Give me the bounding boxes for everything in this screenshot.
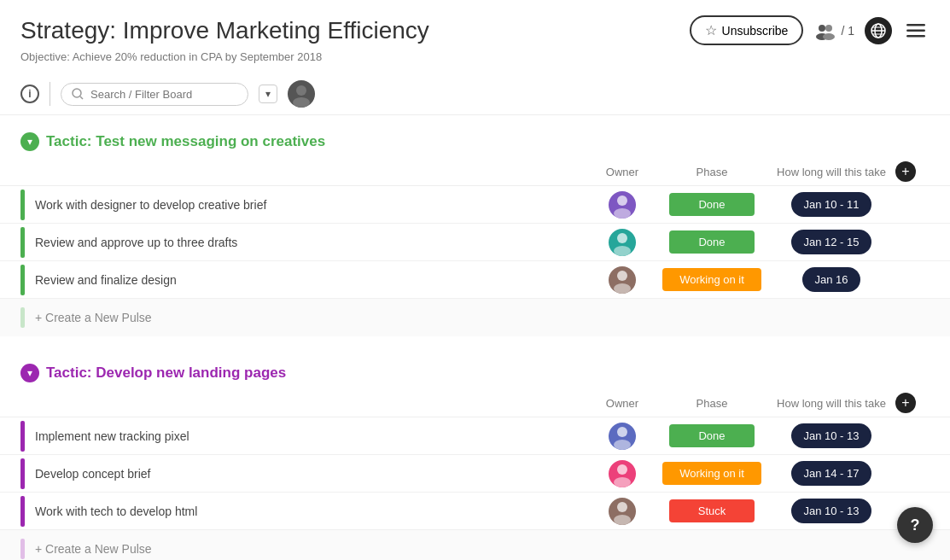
svg-point-20 bbox=[617, 271, 627, 281]
owner-avatar[interactable] bbox=[609, 191, 636, 219]
phase-badge[interactable]: Working on it bbox=[662, 462, 761, 485]
timeline-cell: Jan 10 - 13 bbox=[767, 499, 895, 523]
svg-point-22 bbox=[617, 427, 627, 437]
phase-cell: Done bbox=[656, 230, 767, 254]
help-button[interactable]: ? bbox=[897, 507, 933, 543]
unsubscribe-button[interactable]: ☆ Unsubscribe bbox=[690, 15, 804, 45]
timeline-cell: Jan 10 - 13 bbox=[767, 423, 895, 448]
owner-col-label: Owner bbox=[588, 397, 656, 410]
section-chevron-1[interactable]: ▾ bbox=[20, 132, 39, 151]
phase-badge[interactable]: Done bbox=[669, 424, 755, 447]
phase-cell: Done bbox=[656, 424, 767, 447]
phase-col-label: Phase bbox=[656, 397, 767, 410]
svg-rect-9 bbox=[906, 24, 925, 26]
svg-point-15 bbox=[293, 97, 310, 108]
section-2: ▾ Tactic: Develop new landing pages Owne… bbox=[0, 357, 950, 560]
timeline-col-label: How long will this take bbox=[767, 397, 895, 410]
members-badge: / 1 bbox=[813, 21, 854, 40]
svg-point-0 bbox=[819, 25, 825, 32]
row-indicator bbox=[20, 458, 25, 489]
create-pulse-row: + Create a New Pulse bbox=[0, 299, 950, 336]
section-chevron-2[interactable]: ▾ bbox=[20, 364, 39, 382]
header-actions: ☆ Unsubscribe / 1 bbox=[690, 15, 930, 45]
filter-dropdown-button[interactable]: ▾ bbox=[259, 85, 277, 103]
row-indicator bbox=[20, 421, 25, 452]
row-label: Develop concept brief bbox=[35, 467, 588, 481]
row-indicator bbox=[20, 227, 25, 258]
phase-badge[interactable]: Done bbox=[669, 230, 755, 254]
search-container bbox=[61, 83, 248, 106]
svg-point-14 bbox=[296, 85, 306, 96]
row-label: Implement new tracking pixel bbox=[35, 429, 588, 443]
add-row-button-1[interactable]: + bbox=[895, 161, 916, 182]
section-title-1: Tactic: Test new messaging on creatives bbox=[46, 133, 325, 150]
section-header-1: ▾ Tactic: Test new messaging on creative… bbox=[0, 125, 950, 158]
timeline-badge[interactable]: Jan 16 bbox=[802, 267, 860, 292]
avatar-person-icon bbox=[609, 423, 636, 450]
owner-col-label: Owner bbox=[588, 166, 656, 178]
page-subtitle: Objective: Achieve 20% reduction in CPA … bbox=[0, 49, 950, 73]
create-pulse-indicator bbox=[20, 539, 25, 559]
table-row[interactable]: Review and finalize design Working on it… bbox=[0, 261, 950, 299]
owner-cell bbox=[588, 460, 656, 487]
svg-point-1 bbox=[825, 25, 832, 32]
svg-point-17 bbox=[614, 208, 631, 219]
owner-avatar[interactable] bbox=[609, 423, 636, 450]
search-icon bbox=[72, 88, 84, 100]
owner-avatar[interactable] bbox=[609, 498, 636, 525]
info-button[interactable]: i bbox=[20, 85, 39, 103]
sections-container: ▾ Tactic: Test new messaging on creative… bbox=[0, 125, 950, 560]
avatar-person-icon bbox=[609, 191, 636, 219]
create-pulse-button[interactable]: + Create a New Pulse bbox=[35, 311, 152, 324]
owner-cell bbox=[588, 191, 656, 219]
row-label: Work with tech to develop html bbox=[35, 505, 588, 518]
section-1: ▾ Tactic: Test new messaging on creative… bbox=[0, 125, 950, 336]
table-row[interactable]: Work with designer to develop creative b… bbox=[0, 186, 950, 224]
table-row[interactable]: Implement new tracking pixel Done Jan 10… bbox=[0, 417, 950, 455]
table-header-2: Owner Phase How long will this take + bbox=[0, 389, 950, 417]
page-title: Strategy: Improve Marketing Efficiency bbox=[20, 17, 676, 44]
phase-badge[interactable]: Stuck bbox=[669, 499, 755, 522]
table-row[interactable]: Review and approve up to three drafts Do… bbox=[0, 224, 950, 261]
globe-button[interactable] bbox=[865, 17, 892, 44]
phase-badge[interactable]: Done bbox=[669, 193, 755, 216]
toolbar-divider bbox=[50, 82, 50, 106]
page-header: Strategy: Improve Marketing Efficiency ☆… bbox=[0, 0, 950, 49]
owner-cell bbox=[588, 229, 656, 256]
timeline-cell: Jan 14 - 17 bbox=[767, 461, 895, 486]
user-avatar[interactable] bbox=[288, 80, 315, 108]
avatar-icon bbox=[288, 80, 315, 108]
owner-avatar[interactable] bbox=[609, 266, 636, 294]
phase-cell: Working on it bbox=[656, 268, 767, 291]
owner-cell bbox=[588, 266, 656, 294]
section-header-2: ▾ Tactic: Develop new landing pages bbox=[0, 357, 950, 389]
owner-avatar[interactable] bbox=[609, 460, 636, 487]
svg-point-12 bbox=[73, 89, 81, 97]
timeline-badge[interactable]: Jan 14 - 17 bbox=[791, 461, 871, 486]
timeline-badge[interactable]: Jan 10 - 11 bbox=[791, 192, 871, 217]
row-indicator bbox=[20, 190, 25, 220]
star-icon: ☆ bbox=[705, 22, 717, 38]
svg-line-13 bbox=[80, 96, 83, 99]
timeline-badge[interactable]: Jan 10 - 13 bbox=[791, 499, 871, 523]
avatar-person-icon bbox=[609, 460, 636, 487]
table-row[interactable]: Develop concept brief Working on it Jan … bbox=[0, 455, 950, 493]
table-row[interactable]: Work with tech to develop html Stuck Jan… bbox=[0, 493, 950, 530]
create-pulse-button[interactable]: + Create a New Pulse bbox=[35, 542, 152, 556]
phase-badge[interactable]: Working on it bbox=[662, 268, 761, 291]
members-icon bbox=[813, 21, 837, 40]
svg-rect-10 bbox=[906, 29, 925, 32]
row-indicator bbox=[20, 496, 25, 527]
table-header-1: Owner Phase How long will this take + bbox=[0, 158, 950, 186]
timeline-badge[interactable]: Jan 12 - 15 bbox=[791, 230, 871, 254]
svg-point-18 bbox=[617, 233, 627, 243]
owner-avatar[interactable] bbox=[609, 229, 636, 256]
menu-button[interactable] bbox=[902, 17, 930, 44]
add-row-button-2[interactable]: + bbox=[895, 393, 916, 413]
search-input[interactable] bbox=[90, 88, 237, 101]
row-indicator bbox=[20, 265, 25, 295]
timeline-badge[interactable]: Jan 10 - 13 bbox=[791, 423, 871, 448]
create-pulse-indicator bbox=[20, 307, 25, 328]
phase-col-label: Phase bbox=[656, 166, 767, 178]
phase-cell: Stuck bbox=[656, 499, 767, 522]
